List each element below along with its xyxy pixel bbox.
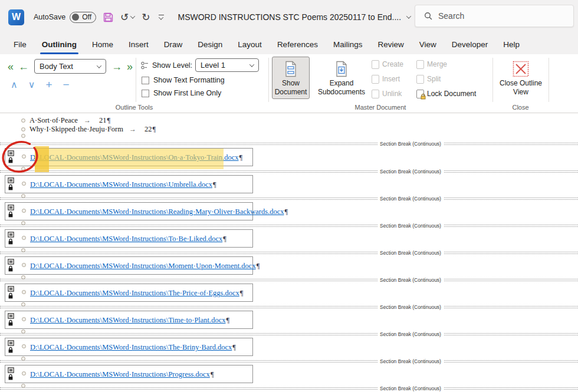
toggle-knob-icon (72, 14, 79, 21)
tab-view[interactable]: View (412, 36, 444, 53)
section-break-line (0, 143, 578, 145)
outline-bullet-icon[interactable] (22, 209, 26, 213)
group-label-master-document: Master Document (268, 104, 492, 111)
document-canvas[interactable]: A·Sort·of·Peace→21¶Why·I·Skipped·the·Jeu… (0, 113, 578, 392)
tab-insert[interactable]: Insert (121, 36, 156, 53)
promote-to-heading1-button[interactable]: « (6, 61, 15, 72)
create-button: Create (372, 58, 403, 70)
lock-document-button[interactable]: Lock Document (416, 88, 476, 100)
subdocument-margin-icons[interactable] (6, 340, 15, 354)
tab-outlining[interactable]: Outlining (34, 36, 84, 53)
undo-button[interactable]: ↺ (120, 12, 129, 22)
show-level-select[interactable]: Level 1 (195, 58, 259, 72)
outline-bullet-icon[interactable] (21, 127, 25, 131)
section-break: Section Break (Continuous) (0, 248, 578, 256)
subdocument-margin-icons[interactable] (6, 259, 15, 272)
outlining-ribbon: « ← Body Text → » ∧ ∨ + − Show Level: Le… (0, 54, 578, 113)
tab-mailings[interactable]: Mailings (326, 36, 370, 53)
tab-review[interactable]: Review (370, 36, 411, 53)
demote-to-bodytext-button[interactable]: » (125, 61, 134, 72)
redo-button[interactable]: ↻ (142, 12, 150, 22)
tab-layout[interactable]: Layout (230, 36, 270, 53)
toc-entry[interactable]: A·Sort·of·Peace→21¶ (0, 116, 578, 125)
tab-developer[interactable]: Developer (444, 36, 496, 53)
lock-icon (8, 292, 14, 299)
expand-subdocuments-button[interactable]: Expand Subdocuments (314, 57, 369, 99)
outline-bullet-icon[interactable] (22, 344, 26, 348)
outline-bullet-icon[interactable] (22, 371, 26, 375)
lock-icon (8, 347, 14, 354)
save-button[interactable] (103, 12, 113, 22)
tab-file[interactable]: File (6, 36, 34, 53)
subdocument-margin-icons[interactable] (6, 313, 15, 327)
subdocument-box: D:\LOCAL·Documents\MSWord·Instructions\R… (5, 202, 253, 220)
tab-home[interactable]: Home (84, 36, 121, 53)
outline-bullet-icon[interactable] (22, 263, 26, 267)
outline-bullet-icon[interactable] (22, 317, 26, 321)
subdocument-margin-icons[interactable] (6, 205, 15, 218)
section-break-line (0, 170, 578, 173)
checkbox-label: Show First Line Only (153, 89, 221, 97)
subdocument-link[interactable]: D:\LOCAL·Documents\MSWord·Instructions\R… (30, 207, 284, 216)
subdocument-link[interactable]: D:\LOCAL·Documents\MSWord·Instructions\M… (30, 262, 256, 270)
outline-bullet-icon[interactable] (22, 154, 26, 159)
close-outline-view-button[interactable]: Close Outline View (497, 57, 544, 99)
collapse-button[interactable]: − (60, 79, 73, 90)
section-break-label: Section Break (Continuous) (377, 249, 444, 257)
unlink-button: Unlink (372, 88, 403, 100)
subdocument-link[interactable]: D:\LOCAL·Documents\MSWord·Instructions\T… (30, 289, 239, 297)
outline-bullet-icon[interactable] (22, 290, 26, 294)
lock-icon (8, 184, 14, 191)
autosave-toggle[interactable]: Off (70, 12, 96, 23)
insert-icon (372, 75, 379, 84)
subdocument-link[interactable]: D:\LOCAL·Documents\MSWord·Instructions\T… (30, 235, 222, 243)
subdocument-margin-icons[interactable] (6, 177, 15, 191)
subdocument-margin-icons[interactable] (6, 286, 15, 299)
subdocument-link[interactable]: D:\LOCAL·Documents\MSWord·Instructions\U… (30, 180, 212, 189)
section-break: Section Break (Continuous) (0, 220, 578, 229)
close-outline-view-label: Close Outline View (497, 79, 544, 97)
show-first-line-only-checkbox[interactable]: Show First Line Only (142, 89, 221, 97)
move-up-button[interactable]: ∧ (7, 80, 21, 90)
show-text-formatting-checkbox[interactable]: Show Text Formatting (142, 76, 225, 84)
title-dropdown[interactable] (407, 15, 410, 19)
group-separator (268, 58, 269, 102)
undo-dropdown[interactable] (131, 15, 134, 19)
promote-button[interactable]: ← (17, 61, 31, 72)
tab-references[interactable]: References (270, 36, 326, 53)
pilcrow-mark: ¶ (223, 235, 226, 243)
outline-bullet-icon[interactable] (21, 118, 25, 123)
tab-help[interactable]: Help (495, 36, 527, 53)
show-document-button[interactable]: Show Document (272, 57, 310, 99)
group-label-close: Close (492, 104, 549, 111)
section-break: Section Break (Continuous) (0, 140, 578, 148)
move-down-button[interactable]: ∨ (25, 80, 39, 90)
subdocument-margin-icons[interactable] (6, 232, 15, 245)
chevron-down-icon (159, 15, 163, 19)
customize-quick-access-button[interactable] (159, 15, 164, 20)
outline-level-select[interactable]: Body Text (34, 59, 106, 74)
subdocument-icon (8, 150, 14, 156)
tab-draw[interactable]: Draw (156, 36, 191, 53)
outline-bullet-icon[interactable] (22, 182, 26, 186)
subdocument-link[interactable]: D:\LOCAL·Documents\MSWord·Instructions\O… (30, 153, 239, 162)
subdocument-margin-icons[interactable] (6, 150, 15, 164)
subdocument-box: D:\LOCAL·Documents\MSWord·Instructions\P… (5, 365, 253, 383)
subdocument-link[interactable]: D:\LOCAL·Documents\MSWord·Instructions\T… (30, 316, 226, 324)
toc-entry[interactable]: Why·I·Skipped·the·Jeuju·Form→22¶ (0, 125, 578, 134)
demote-button[interactable]: → (110, 61, 124, 72)
section-break-label: Section Break (Continuous) (377, 168, 444, 176)
tab-mark: → (84, 116, 91, 125)
subdocument-link[interactable]: D:\LOCAL·Documents\MSWord·Instructions\P… (30, 370, 210, 378)
search-input[interactable]: Search (415, 5, 574, 27)
outline-bullet-icon[interactable] (21, 134, 25, 138)
tab-design[interactable]: Design (190, 36, 230, 53)
button-label: Unlink (382, 90, 402, 98)
pilcrow-mark: ¶ (226, 316, 230, 324)
subdocument-link[interactable]: D:\LOCAL·Documents\MSWord·Instructions\T… (30, 343, 232, 351)
subdocument-icon (8, 340, 14, 346)
subdocument-margin-icons[interactable] (6, 367, 15, 381)
expand-button[interactable]: + (42, 79, 55, 90)
word-app-icon[interactable]: W (8, 9, 24, 25)
outline-bullet-icon[interactable] (22, 236, 26, 240)
